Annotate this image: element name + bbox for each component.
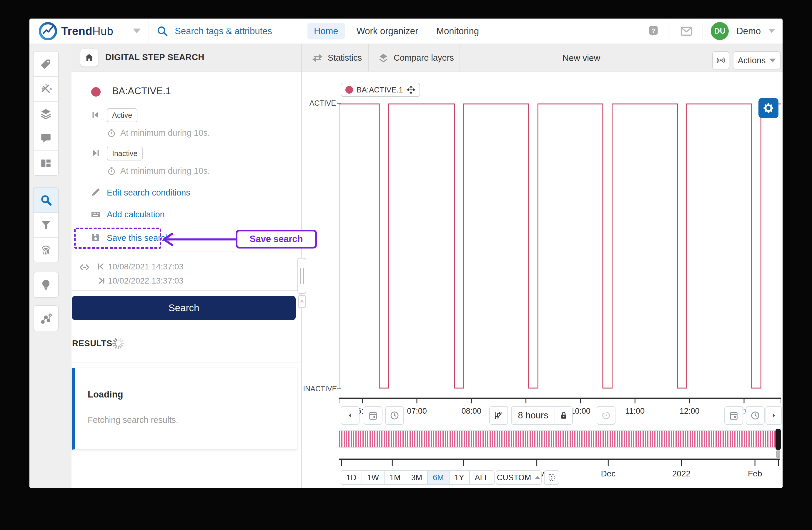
brand-dropdown-caret-icon[interactable] <box>133 29 141 33</box>
loading-message: Fetching search results. <box>88 415 178 425</box>
topbar-divider <box>148 18 149 44</box>
compare-layers-icon <box>378 52 389 64</box>
range-end-value: 10/02/2022 13:37:03 <box>108 276 184 285</box>
statistics-button[interactable]: Statistics <box>304 44 369 72</box>
trend-view-panel: Statistics Compare layers New view Actio… <box>302 44 783 488</box>
chart-settings-button[interactable] <box>758 98 779 118</box>
scrubber-right-handle[interactable] <box>775 429 781 450</box>
stopwatch-icon <box>107 166 116 176</box>
step-start-icon <box>90 110 101 120</box>
user-avatar[interactable]: DU <box>711 22 729 40</box>
condition-state-chip[interactable]: Inactive <box>107 147 143 161</box>
layers-icon <box>40 108 52 120</box>
end-time-button[interactable] <box>746 406 765 425</box>
range-end-icon <box>97 276 106 285</box>
condition-state-chip[interactable]: Active <box>107 108 137 122</box>
panel-splitter-handle[interactable] <box>298 258 306 294</box>
step-end-icon <box>90 148 101 158</box>
zoom-preset-1y[interactable]: 1Y <box>450 470 470 485</box>
rail-layers-button[interactable] <box>33 101 58 126</box>
step-waveform <box>339 104 781 388</box>
user-name: Demo <box>736 26 761 37</box>
search-placeholder: Search tags & attributes <box>175 26 272 37</box>
toolbar-divider <box>368 44 369 72</box>
zoom-preset-3m[interactable]: 3M <box>406 470 428 485</box>
rail-comments-button[interactable] <box>33 126 58 151</box>
actions-button[interactable]: Actions <box>733 51 781 69</box>
save-icon <box>90 232 101 242</box>
pan-right-button[interactable] <box>766 406 782 425</box>
rail-tags-button[interactable] <box>33 52 58 76</box>
app-logo[interactable]: TrendHub <box>39 22 113 41</box>
svg-text:?: ? <box>652 27 655 34</box>
condition-duration: At minimum during 10s. <box>107 128 210 138</box>
spinner-spoke <box>120 346 121 348</box>
custom-range-button[interactable]: CUSTOM <box>496 470 542 485</box>
divider <box>72 227 302 227</box>
spinner-spoke <box>121 341 123 342</box>
messages-button[interactable] <box>678 23 695 40</box>
step-chart-icon <box>494 410 504 420</box>
overview-scrubber[interactable] <box>339 431 780 448</box>
timeline-tick-label: Dec <box>601 469 615 478</box>
swap-arrows-icon <box>312 52 323 64</box>
search-button[interactable]: Search <box>72 296 296 320</box>
panel-close-button[interactable]: × <box>298 295 306 308</box>
pan-left-button[interactable] <box>341 406 360 425</box>
rail-filters-button[interactable] <box>33 212 58 237</box>
help-button[interactable]: ? <box>645 23 662 40</box>
series-color-dot <box>345 86 353 94</box>
zoom-preset-all[interactable]: ALL <box>470 470 495 485</box>
rail-ideas-button[interactable] <box>33 273 58 297</box>
history-icon <box>601 410 611 420</box>
spinner-spoke <box>120 339 121 341</box>
rail-fingerprint-button[interactable] <box>33 237 58 262</box>
rail-context-graph-button[interactable] <box>33 306 58 331</box>
history-button[interactable] <box>597 406 615 425</box>
svg-text:÷: ÷ <box>42 86 44 91</box>
nav-home[interactable]: Home <box>307 23 345 40</box>
user-menu-caret-icon[interactable] <box>768 29 775 33</box>
broadcast-icon <box>715 55 726 66</box>
global-search-input[interactable]: Search tags & attributes <box>157 18 272 44</box>
rail-search-button[interactable] <box>33 187 58 212</box>
divider <box>72 205 302 205</box>
nav-work-organizer[interactable]: Work organizer <box>350 23 425 40</box>
start-calendar-button[interactable] <box>364 406 382 425</box>
zoom-preset-1m[interactable]: 1M <box>385 470 406 485</box>
trendhub-logo-icon <box>39 22 57 40</box>
rail-calculations-button[interactable]: +÷×− <box>33 76 58 101</box>
custom-label: CUSTOM <box>497 473 531 482</box>
comment-icon <box>40 132 52 144</box>
topbar-divider <box>637 23 637 40</box>
nav-monitoring[interactable]: Monitoring <box>430 23 485 40</box>
digital-step-chart[interactable]: 06:0007:0008:0009:0010:0011:0012:0013:00 <box>339 103 781 421</box>
pencil-icon <box>90 187 101 198</box>
range-start-value: 10/08/2021 14:37:03 <box>108 262 184 271</box>
fit-range-button[interactable] <box>544 470 559 485</box>
series-legend-chip[interactable]: BA:ACTIVE.1 <box>341 83 420 97</box>
panel-title: DIGITAL STEP SEARCH <box>105 52 204 62</box>
live-broadcast-button[interactable] <box>712 51 729 69</box>
rail-dashboards-button[interactable] <box>33 151 58 175</box>
add-calculation-link[interactable]: Add calculation <box>107 210 165 219</box>
start-time-button[interactable] <box>385 406 404 425</box>
view-toolbar: Statistics Compare layers New view Actio… <box>302 44 783 72</box>
edit-search-conditions-link[interactable]: Edit search conditions <box>107 188 190 198</box>
calculation-icon: +÷×− <box>40 83 52 95</box>
calendar-icon <box>729 410 739 420</box>
zoom-preset-6m[interactable]: 6M <box>428 470 450 485</box>
chart-type-button[interactable] <box>489 406 508 425</box>
save-search-callout: Save search <box>236 230 317 249</box>
move-icon <box>407 85 416 94</box>
compare-layers-button[interactable]: Compare layers <box>370 44 462 72</box>
zoom-preset-1d[interactable]: 1D <box>341 470 362 485</box>
panel-home-button[interactable] <box>80 49 98 67</box>
time-window-control: 8 hours <box>511 406 573 425</box>
time-window-duration[interactable]: 8 hours <box>511 406 554 425</box>
end-calendar-button[interactable] <box>724 406 743 425</box>
zoom-preset-1w[interactable]: 1W <box>362 470 385 485</box>
lock-window-button[interactable] <box>554 406 573 425</box>
loading-card: Loading Fetching search results. <box>72 368 297 450</box>
loading-spinner-icon <box>111 336 125 350</box>
